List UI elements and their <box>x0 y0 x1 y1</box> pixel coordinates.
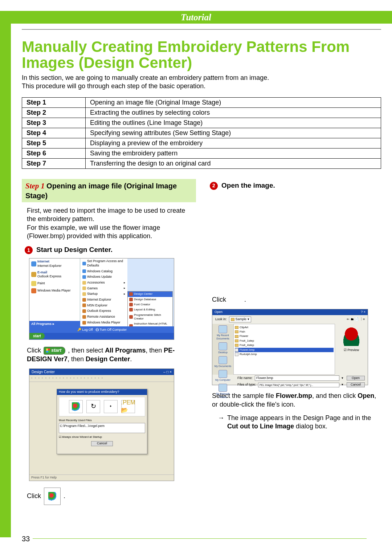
step1-heading: Step 1 Opening an image file (Original I… <box>22 179 196 202</box>
step-desc-cell: Transferring the design to an original c… <box>86 159 381 169</box>
step-desc-cell: Saving the embroidery pattern <box>86 148 381 159</box>
step1-number: Step 1 <box>25 182 45 190</box>
ao-2: , and then click <box>312 392 358 399</box>
txt-then-select: , then select <box>68 347 105 354</box>
start-menu-screenshot: InternetInternet Explorer E-mailOutlook … <box>29 258 174 340</box>
sm-start-button: start <box>29 333 45 339</box>
right-column: 2 Open the image. Click . Open? × Look i… <box>207 179 381 505</box>
od-file-item: Fruit_1step <box>235 339 334 343</box>
mail-icon <box>31 272 36 277</box>
page-number: 33 <box>22 535 30 543</box>
sm-program-item: MSN Explorer <box>80 303 127 309</box>
sm-logoff: Log Off <box>82 328 93 331</box>
left-column: Step 1 Opening an image file (Original I… <box>22 179 196 505</box>
dc-mru-list: C:\Program Files\...\Angel.pem <box>59 423 145 433</box>
sm-program-item: Startup▸ <box>80 291 127 297</box>
txt-click2: Click <box>27 492 41 500</box>
txt-all-programs: All Programs <box>105 347 146 354</box>
od-cancel-button: Cancel <box>347 382 365 387</box>
sm-email: E-mail <box>37 270 47 274</box>
sm-taskbar: start <box>29 333 174 339</box>
txt-design-center: Design Center <box>86 355 130 363</box>
txt-click: Click <box>27 347 43 354</box>
dc-wizard-dialog: How do you want to produce embroidery? ↻… <box>57 389 147 454</box>
step-label-cell: Step 3 <box>22 118 86 128</box>
od-file-item: Rudolph.bmp <box>235 352 334 357</box>
dc-cancel-button: Cancel <box>91 441 113 446</box>
rose-preview-icon <box>340 326 362 346</box>
od-filetype-value: PEL Image Files(*.pel,*.bmp,*.pcd,*.fpx,… <box>258 383 339 387</box>
dc-mru-label: Most Recently Used Files <box>59 419 145 422</box>
paint-icon <box>31 281 36 286</box>
left-margin-bar <box>0 11 11 537</box>
od-filename-label: File name: <box>237 376 253 380</box>
table-row: Step 3Editing the outlines (Line Image S… <box>22 118 381 128</box>
od-places-item: My Network Places <box>212 384 233 399</box>
step-desc-cell: Extracting the outlines by selecting col… <box>86 108 381 118</box>
od-file-item: Fish <box>235 330 334 334</box>
parrot-icon <box>72 402 80 411</box>
circle-1-icon: 1 <box>25 246 33 254</box>
result-line: → The image appears in the Design Page a… <box>218 414 381 431</box>
step-desc-cell: Editing the outlines (Line Image Stage) <box>86 118 381 128</box>
sm-program-item: Outlook Express <box>80 308 127 314</box>
click-start-text: Click start , then select All Programs, … <box>27 346 194 363</box>
click-open-text: Click . <box>212 296 379 304</box>
sm-program-item: Internet Explorer <box>80 297 127 303</box>
table-row: Step 2Extracting the outlines by selecti… <box>22 108 381 118</box>
sm-turnoff: Turn Off Computer <box>100 328 127 331</box>
od-places-item: My Computer <box>215 370 230 382</box>
step-label-cell: Step 7 <box>22 159 86 169</box>
dc-titlebar: Design Center– □ × <box>29 369 174 375</box>
ao-cutout: Cut out to Line Image <box>227 423 294 430</box>
table-row: Step 1Opening an image file (Original Im… <box>22 98 381 108</box>
od-lookin-label: Look in: <box>215 317 227 322</box>
txt-then1: , then <box>146 347 164 354</box>
result-text: The image appears in the Design Page and… <box>227 414 381 431</box>
design-center-screenshot: Design Center– □ × ▫ ▫ ▫ ▫ ▫ ▫ ▫ ▫ ▫ ▫ ▫… <box>29 368 174 481</box>
sm-pedesign-item: Design Database <box>128 297 172 302</box>
ao-open: Open <box>358 392 374 399</box>
od-file-item: ClipArt <box>235 325 334 330</box>
footer-rule <box>33 538 367 539</box>
sm-email-sub: Outlook Express <box>37 274 61 278</box>
sm-internet-sub: Internet Explorer <box>37 264 62 268</box>
header-label: Tutorial <box>0 12 392 23</box>
after-open-text: Select the sample file Flower.bmp, and t… <box>212 392 379 409</box>
sm-program-item: Set Program Access and Defaults <box>80 258 127 268</box>
od-titlebar: Open? × <box>212 309 368 315</box>
table-row: Step 5Displaying a preview of the embroi… <box>22 138 381 148</box>
ao-flower: Flower.bmp <box>276 392 312 399</box>
click-parrot-row: Click . <box>27 488 196 505</box>
folder-icon <box>231 318 234 321</box>
ao-r1: The image appears in the Design Page and… <box>227 414 371 421</box>
step1-body: First, we need to import the image to be… <box>27 207 194 241</box>
table-row: Step 4Specifying sewing attributes (Sew … <box>22 128 381 138</box>
ie-icon <box>31 261 36 266</box>
substep-2: 2 Open the image. <box>210 181 381 190</box>
od-file-item: Fruit_4step <box>235 343 334 347</box>
page-title: Manually Creating Embroidery Patterns Fr… <box>22 39 381 71</box>
step-label-cell: Step 5 <box>22 138 86 148</box>
substep-1-title: Start up Design Center. <box>36 245 113 254</box>
dc-status-bar: Press F1 for Help <box>29 474 174 481</box>
sm-program-item: Windows Media Player <box>80 320 127 326</box>
dc-wiz-opt-2: ↻ <box>86 400 100 413</box>
arrow-icon: → <box>218 414 224 431</box>
od-filetype-label: Files of type: <box>237 383 256 387</box>
txt-period1: . <box>130 355 132 363</box>
od-file-item: Flower <box>235 334 334 338</box>
od-places-item: Desktop <box>218 342 228 354</box>
sm-pedesign-item: Programmable Stitch Creator <box>128 313 172 322</box>
sm-wmp: Windows Media Player <box>37 289 71 293</box>
sm-pedesign-item: Design Center <box>128 292 172 297</box>
sm-paint: Paint <box>37 281 45 286</box>
od-lookin-value: Sample <box>236 317 247 322</box>
parrot-button-icon <box>44 488 61 505</box>
step1-body-line1: First, we need to import the image to be… <box>27 207 194 224</box>
table-row: Step 7Transferring the design to an orig… <box>22 159 381 169</box>
txt-period3: . <box>244 296 246 303</box>
od-preview-label: Preview <box>347 348 359 352</box>
intro-line-2: This procedure will go through each step… <box>22 82 381 90</box>
dc-wiz-opt-4: .PEM📂 <box>121 400 135 413</box>
